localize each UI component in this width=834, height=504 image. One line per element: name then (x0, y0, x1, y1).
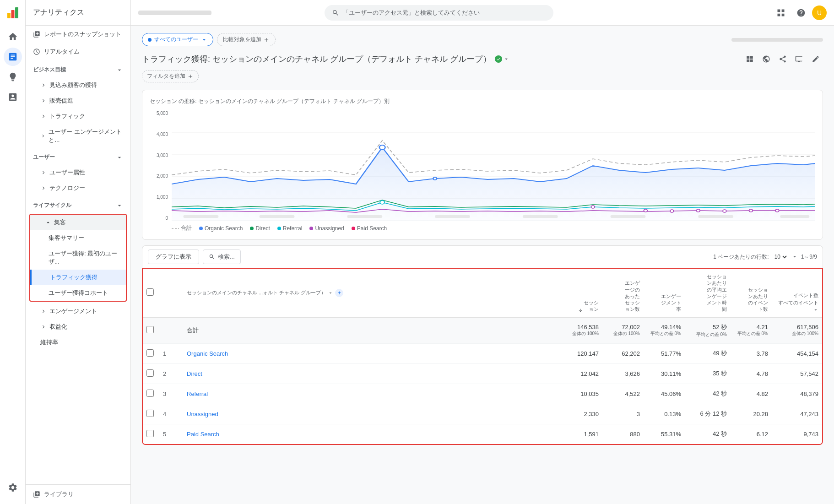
filter-bar: フィルタを追加 (142, 70, 823, 82)
sidebar-lead-gen[interactable]: 見込み顧客の獲得 (26, 77, 130, 93)
sidebar-user-engagement[interactable]: ユーザー エンゲージメントと... (26, 124, 130, 148)
title-icon-bookmark[interactable] (792, 52, 807, 66)
total-checkbox[interactable] (146, 326, 154, 333)
sidebar-traffic-acquisition[interactable]: トラフィック獲得 (30, 270, 126, 285)
legend-unassigned[interactable]: Unassigned (309, 225, 344, 232)
row-5-checkbox[interactable] (146, 430, 154, 437)
row-3-avg-time: 42 秒 (685, 384, 731, 404)
sidebar-snapshot-label: レポートのスナップショット (44, 30, 121, 38)
sidebar-realtime[interactable]: リアルタイム (26, 43, 130, 60)
svg-rect-24 (611, 215, 646, 218)
row-1-channel[interactable]: Organic Search (187, 350, 228, 357)
table-search-placeholder: 検索... (218, 253, 235, 261)
legend-total[interactable]: 合計 (172, 224, 192, 232)
row-1-events-per: 3.78 (731, 343, 772, 363)
sidebar-demographics[interactable]: ユーザー属性 (26, 165, 130, 180)
title-icon-share[interactable] (775, 52, 790, 66)
total-row: 合計 146,538 全体の 100% 72,002 全体の 1 (143, 317, 822, 343)
sidebar-technology[interactable]: テクノロジー (26, 180, 130, 196)
header-grid-btn[interactable] (772, 4, 790, 22)
row-2-rate: 30.11% (644, 363, 685, 384)
row-5-channel[interactable]: Paid Search (187, 431, 219, 438)
sidebar-engagement[interactable]: エンゲージメント (26, 303, 130, 319)
btn-graph[interactable]: グラフに表示 (148, 249, 199, 264)
svg-rect-19 (184, 215, 219, 218)
legend-direct[interactable]: Direct (250, 225, 270, 232)
sidebar-snapshot[interactable]: レポートのスナップショット (26, 26, 130, 43)
section-business[interactable]: ビジネス目標 (26, 62, 130, 77)
row-5-event-count: 9,743 (772, 424, 822, 444)
row-4-events-per: 20.28 (731, 404, 772, 424)
data-table: セッションのメインのチャネル ...ォルト チャネル グループ） + セッション (143, 269, 822, 444)
row-4-sessions: 2,330 (561, 404, 602, 424)
row-1-checkbox[interactable] (146, 349, 154, 357)
row-3-rate: 45.06% (644, 384, 685, 404)
row-4-checkbox[interactable] (146, 410, 154, 417)
sidebar-user-cohort[interactable]: ユーザー獲得コホート (30, 285, 126, 301)
row-3-checkbox[interactable] (146, 390, 154, 397)
sidebar-realtime-label: リアルタイム (44, 48, 80, 56)
sidebar-retention[interactable]: 維持率 (26, 335, 130, 350)
svg-point-9 (379, 145, 385, 150)
svg-rect-22 (435, 215, 470, 218)
total-rate: 49.14% 平均との差 0% (647, 324, 681, 337)
header-help-btn[interactable] (792, 4, 810, 22)
all-users-chip[interactable]: すべてのユーザー (142, 33, 213, 46)
row-4-channel[interactable]: Unassigned (187, 411, 218, 417)
row-3-event-count: 48,379 (772, 384, 822, 404)
select-all-checkbox[interactable] (146, 288, 154, 296)
legend-paid[interactable]: Paid Search (352, 225, 387, 232)
title-icon-circle[interactable] (759, 52, 774, 66)
row-1-rate: 51.77% (644, 343, 685, 363)
rows-per-page-select[interactable]: 10 25 50 (773, 253, 788, 260)
search-placeholder: 「ユーザーのアクセス元」と検索してみてください (343, 9, 480, 17)
row-1-avg-time: 49 秒 (685, 343, 731, 363)
svg-rect-26 (780, 215, 809, 218)
svg-point-15 (697, 209, 700, 212)
section-lifecycle[interactable]: ライフサイクル (26, 198, 130, 213)
add-dimension-btn[interactable]: + (335, 289, 343, 297)
row-2-channel[interactable]: Direct (187, 370, 202, 377)
add-filter-btn[interactable]: フィルタを追加 (142, 70, 199, 82)
row-4-avg-time: 6 分 12 秒 (685, 404, 731, 424)
svg-point-10 (433, 177, 437, 180)
chart-title: セッション の推移: セッションのメインのチャネル グループ（デフォルト チャネ… (150, 98, 815, 105)
nav-advertising[interactable] (4, 88, 22, 106)
title-icon-edit[interactable] (808, 52, 823, 66)
pagination-info: 1～9/9 (801, 253, 817, 261)
title-icon-compare[interactable] (742, 52, 757, 66)
sidebar-user-acquisition[interactable]: ユーザー獲得: 最初のユーザ... (30, 246, 126, 270)
svg-rect-0 (7, 13, 11, 18)
nav-settings[interactable] (4, 478, 22, 497)
sidebar-library[interactable]: ライブラリ (26, 484, 130, 504)
svg-rect-20 (260, 215, 295, 218)
svg-point-18 (775, 209, 779, 212)
legend-referral[interactable]: Referral (277, 225, 303, 232)
sidebar-acquisition-parent[interactable]: 集客 (30, 215, 126, 230)
table-search[interactable]: 検索... (203, 249, 241, 264)
sidebar-traffic[interactable]: トラフィック (26, 108, 130, 124)
sidebar-acquisition-summary[interactable]: 集客サマリー (30, 230, 126, 246)
row-2-checkbox[interactable] (146, 369, 154, 377)
add-compare-btn[interactable]: 比較対象を追加 (217, 33, 276, 46)
nav-home[interactable] (4, 27, 22, 46)
svg-point-11 (380, 201, 385, 204)
row-3-channel[interactable]: Referral (187, 390, 208, 397)
row-3-sessions: 10,035 (561, 384, 602, 404)
row-1-sessions: 120,147 (561, 343, 602, 363)
row-1-engaged: 62,202 (602, 343, 644, 363)
section-user[interactable]: ユーザー (26, 150, 130, 165)
nav-explore[interactable] (4, 68, 22, 86)
user-avatar[interactable]: U (812, 5, 827, 20)
sidebar-sales[interactable]: 販売促進 (26, 93, 130, 108)
rows-per-page-label: 1 ページあたりの行数: (713, 253, 769, 261)
row-4-engaged: 3 (602, 404, 644, 424)
row-2-sessions: 12,042 (561, 363, 602, 384)
legend-organic[interactable]: Organic Search (199, 225, 243, 232)
svg-rect-21 (347, 215, 382, 218)
row-3-engaged: 4,522 (602, 384, 644, 404)
nav-reports[interactable] (4, 48, 22, 66)
page-title: トラフィック獲得: セッションのメインのチャネル グループ（デフォルト チャネル… (142, 54, 491, 65)
sidebar-monetization[interactable]: 収益化 (26, 319, 130, 335)
svg-point-13 (644, 209, 647, 212)
